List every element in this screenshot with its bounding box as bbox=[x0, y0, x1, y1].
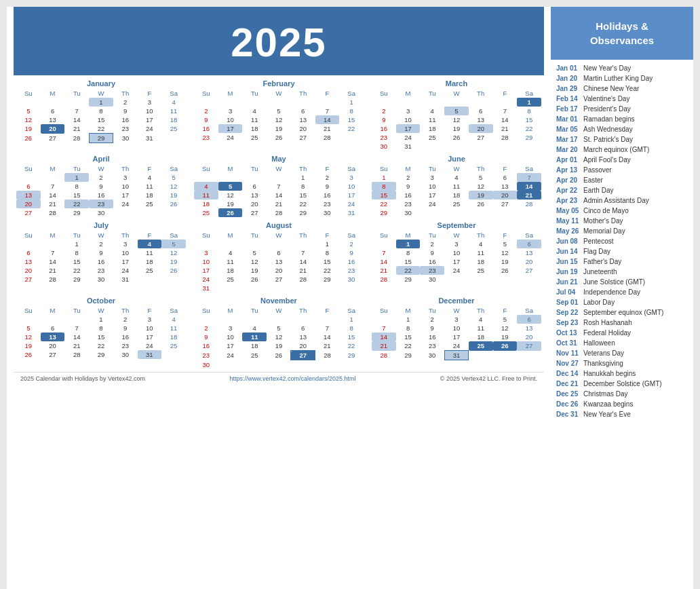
calendar-day[interactable]: 19 bbox=[267, 341, 291, 351]
calendar-day[interactable]: 10 bbox=[396, 115, 421, 124]
calendar-day[interactable]: 24 bbox=[218, 351, 243, 360]
calendar-day[interactable]: 7 bbox=[372, 248, 396, 257]
calendar-day[interactable] bbox=[16, 315, 41, 324]
calendar-day[interactable]: 15 bbox=[339, 332, 364, 341]
calendar-day[interactable]: 29 bbox=[64, 275, 89, 284]
calendar-day[interactable]: 22 bbox=[396, 341, 421, 351]
calendar-day[interactable]: 6 bbox=[16, 248, 41, 257]
calendar-day[interactable] bbox=[315, 360, 340, 369]
calendar-day[interactable]: 26 bbox=[469, 200, 493, 208]
calendar-day[interactable] bbox=[291, 284, 315, 292]
calendar-day[interactable]: 13 bbox=[469, 115, 493, 124]
calendar-day[interactable]: 7 bbox=[493, 107, 518, 115]
calendar-day[interactable]: 4 bbox=[420, 107, 444, 115]
calendar-day[interactable]: 11 bbox=[194, 191, 218, 200]
calendar-day[interactable]: 9 bbox=[420, 324, 444, 332]
calendar-day[interactable] bbox=[372, 315, 396, 324]
calendar-day[interactable]: 2 bbox=[420, 315, 444, 324]
calendar-day[interactable]: 4 bbox=[242, 324, 267, 332]
calendar-day[interactable]: 10 bbox=[420, 182, 444, 191]
calendar-day[interactable] bbox=[372, 240, 396, 248]
calendar-day[interactable]: 21 bbox=[372, 266, 396, 275]
calendar-day[interactable]: 1 bbox=[291, 173, 315, 182]
calendar-day[interactable] bbox=[41, 315, 65, 324]
calendar-day[interactable]: 6 bbox=[517, 240, 541, 248]
calendar-day[interactable]: 21 bbox=[372, 341, 396, 351]
calendar-day[interactable]: 25 bbox=[469, 341, 493, 351]
calendar-day[interactable]: 27 bbox=[493, 200, 518, 208]
calendar-day[interactable] bbox=[420, 208, 444, 217]
calendar-day[interactable]: 26 bbox=[16, 134, 41, 143]
calendar-day[interactable]: 1 bbox=[396, 315, 421, 324]
calendar-day[interactable]: 17 bbox=[218, 124, 243, 133]
calendar-day[interactable]: 29 bbox=[339, 351, 364, 360]
calendar-day[interactable]: 30 bbox=[372, 142, 396, 151]
calendar-day[interactable] bbox=[242, 240, 267, 248]
calendar-day[interactable] bbox=[267, 173, 291, 182]
calendar-day[interactable] bbox=[372, 98, 396, 107]
calendar-day[interactable]: 10 bbox=[218, 332, 243, 341]
calendar-day[interactable]: 5 bbox=[267, 107, 291, 115]
calendar-day[interactable]: 3 bbox=[218, 324, 243, 332]
calendar-day[interactable]: 5 bbox=[493, 240, 518, 248]
calendar-day[interactable]: 29 bbox=[89, 350, 113, 359]
calendar-day[interactable] bbox=[339, 360, 364, 369]
calendar-day[interactable]: 30 bbox=[420, 275, 444, 284]
calendar-day[interactable] bbox=[291, 360, 315, 369]
calendar-day[interactable]: 18 bbox=[469, 332, 493, 341]
calendar-day[interactable]: 4 bbox=[469, 240, 493, 248]
calendar-day[interactable]: 7 bbox=[64, 107, 89, 115]
calendar-day[interactable]: 26 bbox=[161, 200, 186, 208]
calendar-day[interactable]: 19 bbox=[16, 341, 41, 350]
calendar-day[interactable]: 18 bbox=[194, 200, 218, 208]
calendar-day[interactable]: 16 bbox=[339, 257, 364, 266]
calendar-day[interactable]: 13 bbox=[41, 115, 65, 124]
calendar-day[interactable]: 3 bbox=[138, 98, 162, 107]
calendar-day[interactable]: 5 bbox=[161, 240, 186, 248]
calendar-day[interactable]: 9 bbox=[315, 182, 340, 191]
calendar-day[interactable]: 27 bbox=[16, 208, 41, 217]
calendar-day[interactable]: 28 bbox=[517, 200, 541, 208]
calendar-day[interactable]: 26 bbox=[444, 133, 469, 142]
calendar-day[interactable] bbox=[218, 240, 243, 248]
calendar-day[interactable]: 11 bbox=[469, 248, 493, 257]
calendar-day[interactable]: 2 bbox=[420, 240, 444, 248]
calendar-day[interactable] bbox=[194, 173, 218, 182]
calendar-day[interactable]: 12 bbox=[444, 115, 469, 124]
calendar-day[interactable]: 31 bbox=[138, 350, 162, 359]
calendar-day[interactable]: 28 bbox=[291, 275, 315, 284]
calendar-day[interactable]: 25 bbox=[138, 266, 162, 275]
calendar-day[interactable] bbox=[267, 360, 291, 369]
calendar-day[interactable]: 15 bbox=[64, 257, 89, 266]
calendar-day[interactable]: 9 bbox=[194, 115, 218, 124]
calendar-day[interactable]: 22 bbox=[64, 266, 89, 275]
calendar-day[interactable]: 29 bbox=[396, 351, 421, 360]
calendar-day[interactable]: 13 bbox=[242, 191, 267, 200]
calendar-day[interactable]: 29 bbox=[291, 208, 315, 217]
calendar-day[interactable]: 15 bbox=[89, 332, 113, 341]
calendar-day[interactable] bbox=[218, 98, 243, 107]
calendar-day[interactable]: 18 bbox=[218, 266, 243, 275]
calendar-day[interactable]: 27 bbox=[16, 275, 41, 284]
calendar-day[interactable] bbox=[218, 284, 243, 292]
calendar-day[interactable]: 11 bbox=[444, 182, 469, 191]
calendar-day[interactable]: 22 bbox=[339, 341, 364, 351]
calendar-day[interactable]: 26 bbox=[267, 351, 291, 360]
calendar-day[interactable]: 15 bbox=[517, 115, 541, 124]
calendar-day[interactable]: 12 bbox=[242, 257, 267, 266]
calendar-day[interactable]: 25 bbox=[242, 133, 267, 142]
calendar-day[interactable]: 8 bbox=[64, 248, 89, 257]
calendar-day[interactable]: 23 bbox=[194, 133, 218, 142]
calendar-day[interactable]: 11 bbox=[469, 324, 493, 332]
calendar-day[interactable]: 22 bbox=[315, 266, 340, 275]
calendar-day[interactable]: 28 bbox=[372, 275, 396, 284]
calendar-day[interactable]: 27 bbox=[267, 275, 291, 284]
calendar-day[interactable]: 15 bbox=[315, 257, 340, 266]
calendar-day[interactable]: 31 bbox=[339, 208, 364, 217]
calendar-day[interactable] bbox=[469, 142, 493, 151]
calendar-day[interactable]: 16 bbox=[420, 332, 444, 341]
calendar-day[interactable] bbox=[420, 142, 444, 151]
calendar-day[interactable]: 6 bbox=[242, 182, 267, 191]
calendar-day[interactable]: 30 bbox=[420, 351, 444, 360]
calendar-day[interactable]: 3 bbox=[113, 173, 138, 182]
